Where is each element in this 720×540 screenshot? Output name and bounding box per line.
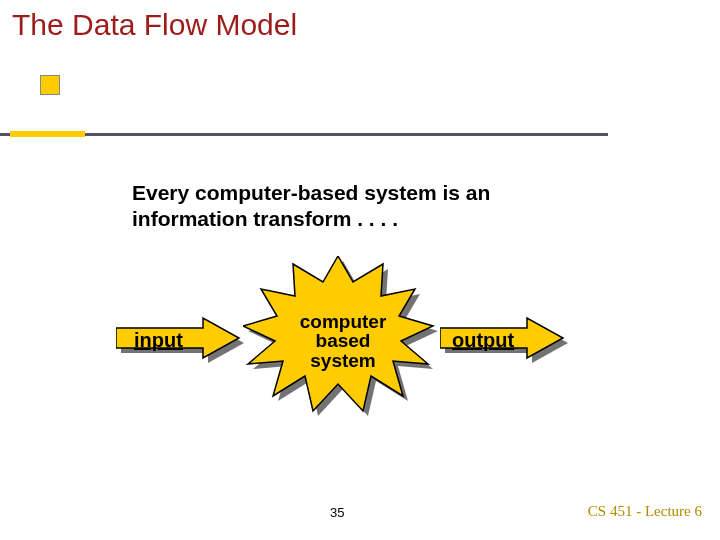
star-line-3: system xyxy=(310,350,376,371)
star-line-2: based xyxy=(316,330,371,351)
slide-title-text: The Data Flow Model xyxy=(12,8,297,41)
accent-underline xyxy=(10,131,85,137)
input-arrow-label: input xyxy=(134,329,183,352)
body-line-2: information transform . . . . xyxy=(132,207,398,230)
body-text: Every computer-based system is an inform… xyxy=(132,180,490,233)
page-number: 35 xyxy=(330,505,344,520)
bullet-square-icon xyxy=(40,75,60,95)
footer-text: CS 451 - Lecture 6 xyxy=(588,503,702,520)
starburst-label: computer based system xyxy=(300,312,387,370)
starburst: computer based system xyxy=(243,256,443,426)
star-line-1: computer xyxy=(300,311,387,332)
output-arrow: output xyxy=(440,316,570,366)
slide-title: The Data Flow Model xyxy=(12,8,297,42)
body-line-1: Every computer-based system is an xyxy=(132,181,490,204)
output-arrow-label: output xyxy=(452,329,514,352)
title-underline xyxy=(0,133,608,136)
input-arrow: input xyxy=(116,316,246,366)
